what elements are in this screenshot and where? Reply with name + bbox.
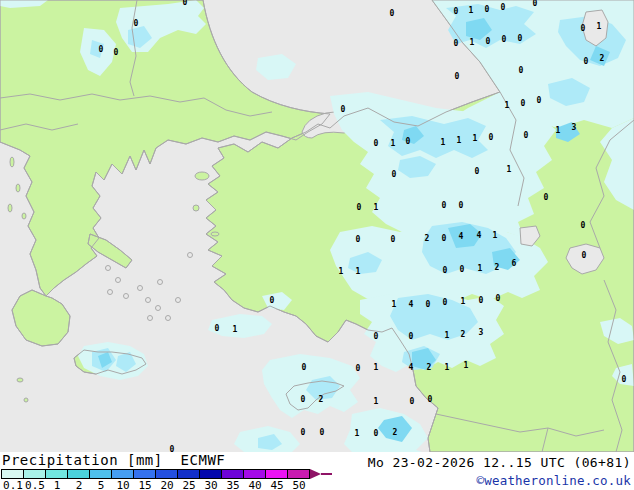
island-chios bbox=[193, 205, 199, 211]
scale-color-box bbox=[199, 469, 222, 479]
island bbox=[8, 204, 12, 212]
precip-value: 0 bbox=[442, 234, 447, 243]
precip-value: 1 bbox=[457, 136, 462, 145]
precip-value: 0 bbox=[390, 9, 395, 18]
precip-value: 0 bbox=[392, 170, 397, 179]
color-scale-boxes bbox=[2, 469, 310, 479]
scale-color-box bbox=[243, 469, 266, 479]
precip-value: 3 bbox=[479, 328, 484, 337]
precip-value: 0 bbox=[475, 167, 480, 176]
precip-value: 0 bbox=[544, 193, 549, 202]
scale-tick-label: 5 bbox=[90, 479, 112, 490]
precip-value: 0 bbox=[486, 37, 491, 46]
scale-tick-label: 10 bbox=[112, 479, 134, 490]
copyright-link[interactable]: ©weatheronline.co.uk bbox=[476, 473, 631, 488]
precip-value: 0 bbox=[374, 139, 379, 148]
precip-value: 0 bbox=[302, 363, 307, 372]
precip-value: 0 bbox=[496, 294, 501, 303]
scale-arrow-tail bbox=[321, 473, 332, 475]
precip-value: 1 bbox=[355, 429, 360, 438]
scale-color-box bbox=[23, 469, 46, 479]
precip-value: 1 bbox=[441, 138, 446, 147]
scale-color-box bbox=[45, 469, 68, 479]
precip-value: 0 bbox=[426, 300, 431, 309]
precip-value: 0 bbox=[501, 3, 506, 12]
precip-value: 2 bbox=[427, 363, 432, 372]
scale-tick-label: 45 bbox=[266, 479, 288, 490]
precip-value: 0 bbox=[622, 375, 627, 384]
precip-value: 1 bbox=[392, 300, 397, 309]
legend-title-text: Precipitation bbox=[2, 452, 118, 468]
precip-value: 1 bbox=[464, 361, 469, 370]
island-cyclades bbox=[166, 316, 171, 321]
scale-color-box bbox=[177, 469, 200, 479]
precip-value: 4 bbox=[409, 363, 414, 372]
precip-value: 0 bbox=[374, 332, 379, 341]
legend-unit: [mm] bbox=[127, 452, 163, 468]
scale-color-box bbox=[265, 469, 288, 479]
precip-value: 4 bbox=[459, 232, 464, 241]
precip-value: 2 bbox=[319, 395, 324, 404]
precip-value: 1 bbox=[233, 325, 238, 334]
precip-value: 0 bbox=[454, 39, 459, 48]
precip-value: 0 bbox=[391, 235, 396, 244]
precip-value: 1 bbox=[556, 126, 561, 135]
island-cyclades bbox=[116, 278, 121, 283]
precip-value: 0 bbox=[442, 201, 447, 210]
precip-value: 0 bbox=[356, 235, 361, 244]
scale-color-box bbox=[111, 469, 134, 479]
precip-value: 0 bbox=[428, 395, 433, 404]
precip-value: 1 bbox=[356, 267, 361, 276]
precip-value: 2 bbox=[393, 428, 398, 437]
map-canvas: 0001000010000100002000100130101110000100… bbox=[0, 0, 634, 452]
precip-value: 0 bbox=[183, 0, 188, 7]
scale-color-box bbox=[155, 469, 178, 479]
legend-title: Precipitation [mm] ECMWF bbox=[2, 452, 225, 468]
precip-value: 1 bbox=[493, 231, 498, 240]
scale-tick-label: 40 bbox=[244, 479, 266, 490]
precip-value: 0 bbox=[215, 324, 220, 333]
island-cyclades bbox=[138, 286, 143, 291]
precip-value: 0 bbox=[114, 48, 119, 57]
precip-value: 0 bbox=[533, 0, 538, 8]
precip-value: 0 bbox=[99, 45, 104, 54]
island bbox=[16, 184, 20, 192]
island-cyclades bbox=[156, 306, 161, 311]
island-cyclades bbox=[176, 298, 181, 303]
scale-arrow bbox=[310, 469, 332, 479]
color-scale-labels: 0.10.5125101520253035404550 bbox=[2, 479, 310, 490]
scale-tick-label: 25 bbox=[178, 479, 200, 490]
precip-value: 0 bbox=[301, 395, 306, 404]
precip-value: 0 bbox=[581, 221, 586, 230]
precip-value: 1 bbox=[339, 267, 344, 276]
precip-value: 0 bbox=[459, 201, 464, 210]
scale-color-box bbox=[133, 469, 156, 479]
scale-color-box bbox=[89, 469, 112, 479]
precip-value: 1 bbox=[505, 101, 510, 110]
precip-value: 0 bbox=[479, 296, 484, 305]
precip-value: 1 bbox=[470, 38, 475, 47]
precip-value: 0 bbox=[443, 298, 448, 307]
scale-tick-label: 20 bbox=[156, 479, 178, 490]
precip-value: 0 bbox=[582, 251, 587, 260]
precip-value: 4 bbox=[409, 300, 414, 309]
precip-value: 2 bbox=[461, 330, 466, 339]
precip-value: 1 bbox=[507, 165, 512, 174]
precip-value: 2 bbox=[495, 263, 500, 272]
scale-tick-label: 0.1 bbox=[2, 479, 24, 490]
precip-value: 1 bbox=[445, 363, 450, 372]
precip-value: 0 bbox=[455, 72, 460, 81]
precip-value: 0 bbox=[356, 364, 361, 373]
precip-value: 0 bbox=[410, 397, 415, 406]
island-cyclades bbox=[158, 280, 163, 285]
precip-value: 0 bbox=[357, 203, 362, 212]
scale-tick-label: 1 bbox=[46, 479, 68, 490]
color-scale bbox=[2, 469, 332, 479]
precip-value: 2 bbox=[425, 234, 430, 243]
legend-bar: Precipitation [mm] ECMWF 0.10.5125101520… bbox=[0, 452, 634, 490]
precip-value: 0 bbox=[320, 428, 325, 437]
scale-tick-label: 35 bbox=[222, 479, 244, 490]
precip-value: 1 bbox=[391, 139, 396, 148]
precip-value: 1 bbox=[374, 363, 379, 372]
precip-value: 0 bbox=[134, 19, 139, 28]
